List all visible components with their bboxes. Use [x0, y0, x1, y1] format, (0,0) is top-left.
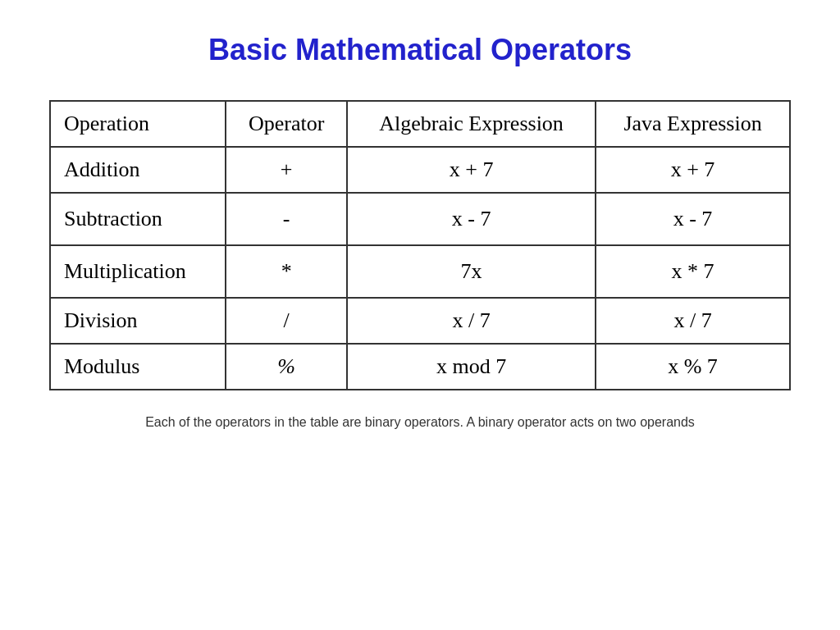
cell-algebraic-addition: x + 7 [347, 147, 596, 193]
table-row: Modulus % x mod 7 x % 7 [50, 344, 790, 390]
cell-operator-multiplication: * [226, 245, 347, 298]
table-header-row: Operation Operator Algebraic Expression … [50, 101, 790, 147]
table-row: Division / x / 7 x / 7 [50, 298, 790, 344]
cell-java-division: x / 7 [596, 298, 790, 344]
table-container: Operation Operator Algebraic Expression … [49, 100, 791, 390]
header-java: Java Expression [596, 101, 790, 147]
operators-table: Operation Operator Algebraic Expression … [49, 100, 791, 390]
header-operation: Operation [50, 101, 226, 147]
cell-operator-subtraction: - [226, 193, 347, 245]
cell-java-subtraction: x - 7 [596, 193, 790, 245]
page-title: Basic Mathematical Operators [208, 33, 632, 67]
cell-java-multiplication: x * 7 [596, 245, 790, 298]
cell-java-modulus: x % 7 [596, 344, 790, 390]
cell-operator-modulus: % [226, 344, 347, 390]
table-row: Addition + x + 7 x + 7 [50, 147, 790, 193]
cell-operator-addition: + [226, 147, 347, 193]
cell-operation-division: Division [50, 298, 226, 344]
cell-operation-subtraction: Subtraction [50, 193, 226, 245]
header-algebraic: Algebraic Expression [347, 101, 596, 147]
cell-java-addition: x + 7 [596, 147, 790, 193]
header-operator: Operator [226, 101, 347, 147]
cell-operator-division: / [226, 298, 347, 344]
cell-operation-multiplication: Multiplication [50, 245, 226, 298]
cell-operation-modulus: Modulus [50, 344, 226, 390]
table-row: Multiplication * 7x x * 7 [50, 245, 790, 298]
cell-algebraic-modulus: x mod 7 [347, 344, 596, 390]
footnote: Each of the operators in the table are b… [145, 415, 695, 430]
table-row: Subtraction - x - 7 x - 7 [50, 193, 790, 245]
cell-algebraic-subtraction: x - 7 [347, 193, 596, 245]
cell-operation-addition: Addition [50, 147, 226, 193]
cell-algebraic-division: x / 7 [347, 298, 596, 344]
cell-algebraic-multiplication: 7x [347, 245, 596, 298]
